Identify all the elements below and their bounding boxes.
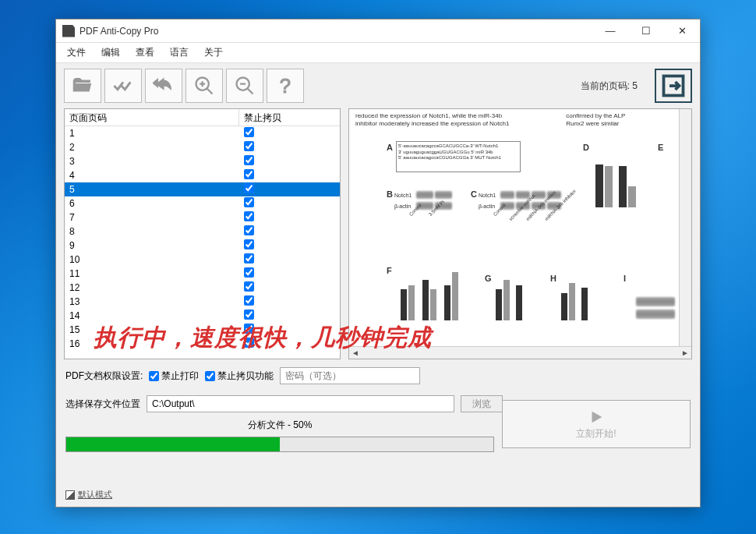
table-row[interactable]: 12 (65, 281, 340, 295)
table-row[interactable]: 5 (65, 182, 340, 196)
table-row[interactable]: 7 (65, 210, 340, 225)
window-title: PDF Anti-Copy Pro (79, 26, 592, 37)
table-row[interactable]: 16 (65, 337, 340, 351)
titlebar: PDF Anti-Copy Pro — ☐ ✕ (56, 19, 700, 43)
table-row[interactable]: 14 (65, 309, 340, 323)
column-header-nocopy[interactable]: 禁止拷贝 (239, 109, 340, 126)
row-checkbox[interactable] (244, 267, 254, 278)
table-row[interactable]: 2 (65, 140, 340, 154)
page-list: 页面页码 禁止拷贝 12345678910111213141516 (64, 108, 341, 359)
start-button[interactable]: 立刻开始! (502, 400, 691, 448)
horizontal-scrollbar[interactable]: ◄ ► (349, 346, 691, 359)
row-checkbox[interactable] (244, 225, 254, 235)
table-row[interactable]: 9 (65, 239, 340, 253)
exit-icon (662, 74, 685, 97)
vertical-scrollbar[interactable] (679, 109, 691, 346)
menubar: 文件 编辑 查看 语言 关于 (56, 43, 700, 63)
row-checkbox[interactable] (244, 309, 254, 320)
pdf-preview[interactable]: reduced the expression of Notch1, while … (349, 109, 679, 346)
select-all-button[interactable] (104, 69, 142, 103)
permission-label: PDF文档权限设置: (65, 370, 143, 383)
zoom-out-icon (234, 75, 256, 97)
analyze-text: 分析文件 - 50% (65, 419, 494, 432)
row-checkbox[interactable] (244, 197, 254, 207)
menu-about[interactable]: 关于 (196, 44, 231, 62)
svg-text:?: ? (280, 75, 291, 97)
toolbar: ? 当前的页码: 5 (56, 63, 700, 108)
row-checkbox[interactable] (244, 253, 254, 263)
nocopy-checkbox[interactable]: 禁止拷贝功能 (205, 370, 274, 383)
undo-icon (153, 75, 175, 97)
row-checkbox[interactable] (244, 183, 254, 193)
current-page-label: 当前的页码: 5 (581, 80, 638, 93)
app-icon (62, 25, 75, 37)
noprint-checkbox[interactable]: 禁止打印 (149, 370, 199, 383)
row-checkbox[interactable] (244, 127, 254, 137)
permission-row: PDF文档权限设置: 禁止打印 禁止拷贝功能 (65, 367, 691, 384)
row-checkbox[interactable] (244, 338, 254, 348)
table-row[interactable]: 4 (65, 168, 340, 182)
play-icon (588, 408, 605, 426)
question-icon: ? (274, 75, 296, 97)
row-checkbox[interactable] (244, 239, 254, 249)
password-input[interactable] (280, 367, 420, 384)
table-row[interactable]: 11 (65, 267, 340, 281)
maximize-button[interactable]: ☐ (628, 19, 664, 43)
folder-open-icon (72, 75, 94, 97)
table-row[interactable]: 8 (65, 225, 340, 239)
progress-bar (65, 437, 494, 452)
row-checkbox[interactable] (244, 295, 254, 306)
browse-button[interactable]: 浏览 (461, 395, 503, 412)
open-button[interactable] (64, 69, 101, 103)
app-window: PDF Anti-Copy Pro — ☐ ✕ 文件 编辑 查看 语言 关于 ? (55, 19, 701, 507)
close-button[interactable]: ✕ (664, 19, 700, 43)
undo-button[interactable] (145, 69, 182, 103)
save-label: 选择保存文件位置 (65, 398, 140, 411)
menu-view[interactable]: 查看 (128, 44, 162, 62)
zoom-in-icon (193, 75, 215, 97)
scroll-left-icon[interactable]: ◄ (349, 348, 362, 359)
zoom-in-button[interactable] (185, 69, 223, 103)
window-controls: — ☐ ✕ (592, 19, 700, 43)
save-path-input[interactable] (147, 395, 454, 412)
row-checkbox[interactable] (244, 281, 254, 292)
table-row[interactable]: 1 (65, 126, 340, 140)
preview-pane: reduced the expression of Notch1, while … (348, 108, 692, 359)
exit-button[interactable] (655, 69, 692, 103)
column-header-page[interactable]: 页面页码 (65, 109, 239, 126)
row-checkbox[interactable] (244, 155, 254, 165)
table-row[interactable]: 3 (65, 154, 340, 168)
menu-language[interactable]: 语言 (162, 44, 196, 62)
table-row[interactable]: 15 (65, 323, 340, 337)
table-row[interactable]: 13 (65, 295, 340, 309)
help-button[interactable]: ? (267, 69, 304, 103)
mode-icon (65, 490, 75, 500)
checkmarks-icon (112, 75, 134, 97)
menu-file[interactable]: 文件 (59, 44, 94, 62)
list-body[interactable]: 12345678910111213141516 (65, 126, 340, 359)
row-checkbox[interactable] (244, 141, 254, 151)
minimize-button[interactable]: — (592, 19, 628, 43)
row-checkbox[interactable] (244, 211, 254, 221)
table-row[interactable]: 6 (65, 196, 340, 210)
default-mode-link[interactable]: 默认模式 (65, 489, 112, 500)
table-row[interactable]: 10 (65, 253, 340, 267)
menu-edit[interactable]: 编辑 (94, 44, 128, 62)
row-checkbox[interactable] (244, 324, 254, 334)
zoom-out-button[interactable] (226, 69, 263, 103)
row-checkbox[interactable] (244, 169, 254, 179)
scroll-right-icon[interactable]: ► (679, 348, 691, 359)
